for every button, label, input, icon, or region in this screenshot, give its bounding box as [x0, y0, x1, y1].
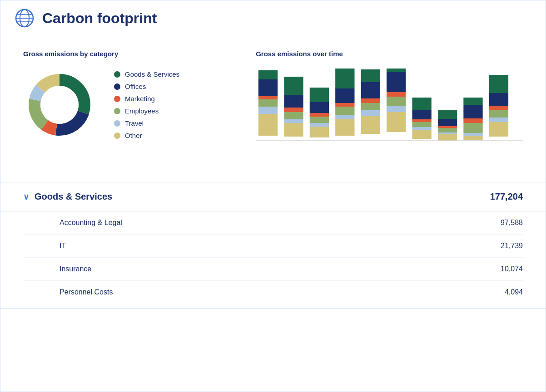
svg-rect-41 — [361, 69, 380, 82]
category-name: Goods & Services — [35, 191, 112, 202]
svg-rect-14 — [258, 99, 278, 107]
chevron-down-icon: ∨ — [23, 192, 29, 202]
svg-rect-44 — [387, 97, 406, 106]
svg-rect-32 — [335, 107, 354, 115]
category-row-header: ∨ Goods & Services — [23, 191, 490, 202]
svg-rect-53 — [412, 98, 432, 110]
svg-rect-37 — [361, 110, 380, 116]
legend-label-offices: Offices — [125, 83, 146, 90]
legend-item-marketing: Marketing — [114, 95, 179, 103]
svg-rect-23 — [284, 77, 303, 95]
svg-rect-49 — [412, 127, 432, 130]
legend-label-marketing: Marketing — [125, 95, 155, 103]
svg-rect-30 — [335, 119, 354, 136]
svg-rect-62 — [464, 123, 483, 133]
legend-item-goods: Goods & Services — [114, 70, 179, 78]
sub-item-value-accounting: 97,588 — [501, 219, 523, 227]
page-title: Carbon footprint — [42, 10, 157, 27]
category-row-goods[interactable]: ∨ Goods & Services 177,204 — [0, 182, 546, 211]
sub-items-list: Accounting & Legal 97,588 IT 21,739 Insu… — [0, 211, 546, 309]
legend-label-travel: Travel — [125, 119, 144, 127]
sub-item-it: IT 21,739 — [23, 235, 523, 258]
svg-rect-57 — [438, 126, 457, 128]
svg-rect-66 — [489, 122, 508, 137]
legend-item-other: Other — [114, 132, 179, 139]
category-value: 177,204 — [490, 191, 523, 202]
globe-icon — [15, 9, 34, 28]
sub-item-name-it: IT — [60, 242, 66, 250]
svg-rect-43 — [387, 106, 406, 112]
svg-rect-39 — [361, 98, 380, 103]
svg-rect-60 — [464, 136, 483, 140]
svg-rect-33 — [335, 103, 354, 107]
svg-rect-13 — [258, 107, 278, 114]
charts-section: Gross emissions by category — [0, 36, 546, 182]
svg-rect-25 — [310, 123, 329, 127]
sub-item-name-personnel: Personnel Costs — [60, 288, 113, 296]
sub-item-value-personnel: 4,094 — [505, 288, 523, 296]
donut-legend-container: Goods & Services Offices Marketing Emplo… — [23, 69, 228, 141]
svg-rect-63 — [464, 118, 483, 123]
legend-dot-goods — [114, 71, 120, 78]
svg-rect-12 — [258, 114, 278, 136]
svg-rect-67 — [489, 118, 508, 122]
left-chart-title: Gross emissions by category — [23, 50, 228, 58]
sub-item-name-insurance: Insurance — [60, 265, 91, 273]
legend-label-employees: Employees — [125, 107, 159, 115]
svg-rect-34 — [335, 88, 354, 103]
svg-rect-15 — [258, 96, 278, 99]
legend-item-travel: Travel — [114, 119, 179, 127]
svg-rect-26 — [310, 117, 329, 123]
svg-rect-24 — [310, 127, 329, 137]
svg-rect-21 — [284, 108, 303, 112]
legend-label-other: Other — [125, 132, 142, 139]
page-container: Carbon footprint Gross emissions by cate… — [0, 0, 546, 392]
sub-item-personnel: Personnel Costs 4,094 — [23, 281, 523, 304]
svg-rect-28 — [310, 102, 329, 113]
chart-legend: Goods & Services Offices Marketing Emplo… — [114, 70, 179, 139]
svg-rect-50 — [412, 122, 432, 127]
legend-item-employees: Employees — [114, 107, 179, 115]
legend-item-offices: Offices — [114, 83, 179, 90]
svg-rect-17 — [258, 70, 278, 79]
svg-rect-51 — [412, 119, 432, 122]
legend-dot-travel — [114, 120, 120, 127]
svg-rect-68 — [489, 110, 508, 118]
svg-rect-59 — [438, 110, 457, 119]
svg-rect-70 — [489, 93, 508, 106]
svg-rect-71 — [489, 75, 508, 93]
right-chart-title: Gross emissions over time — [256, 50, 523, 58]
svg-rect-47 — [387, 69, 406, 72]
svg-rect-55 — [438, 132, 457, 134]
svg-rect-36 — [361, 116, 380, 134]
svg-rect-16 — [258, 79, 278, 96]
sub-item-name-accounting: Accounting & Legal — [60, 219, 122, 227]
left-chart: Gross emissions by category — [23, 50, 228, 168]
svg-rect-29 — [310, 88, 329, 102]
bar-chart-svg — [256, 69, 523, 159]
svg-rect-64 — [464, 105, 483, 118]
sub-item-value-it: 21,739 — [501, 242, 523, 250]
svg-rect-18 — [284, 123, 303, 137]
svg-rect-22 — [284, 95, 303, 108]
svg-rect-48 — [412, 130, 432, 139]
svg-rect-69 — [489, 106, 508, 110]
sub-item-value-insurance: 10,074 — [501, 265, 523, 273]
header: Carbon footprint — [0, 0, 546, 36]
legend-dot-offices — [114, 83, 120, 90]
svg-rect-54 — [438, 134, 457, 141]
svg-rect-40 — [361, 82, 380, 98]
bar-chart-area — [256, 69, 523, 168]
svg-rect-19 — [284, 119, 303, 123]
svg-rect-58 — [438, 119, 457, 126]
svg-rect-52 — [412, 110, 432, 119]
svg-rect-42 — [387, 112, 406, 132]
svg-rect-61 — [464, 133, 483, 136]
svg-rect-56 — [438, 128, 457, 132]
svg-rect-35 — [335, 69, 354, 88]
sub-item-accounting: Accounting & Legal 97,588 — [23, 211, 523, 235]
svg-rect-27 — [310, 113, 329, 117]
svg-rect-45 — [387, 92, 406, 97]
svg-rect-38 — [361, 103, 380, 110]
svg-rect-20 — [284, 112, 303, 119]
